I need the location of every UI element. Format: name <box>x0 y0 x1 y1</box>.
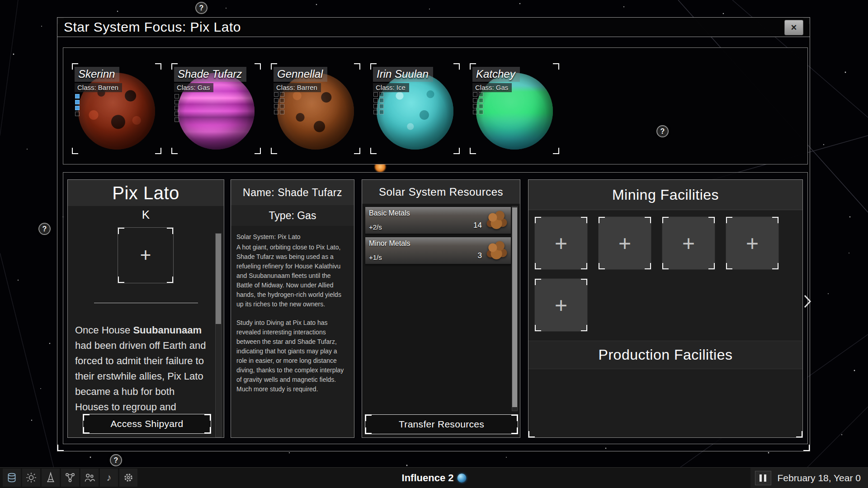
slot-square <box>75 106 80 110</box>
slot-square <box>479 98 483 103</box>
ore-icon <box>486 241 507 260</box>
slot-square <box>75 100 80 104</box>
mining-slot[interactable]: + <box>598 216 651 270</box>
slot-square <box>479 110 483 114</box>
help-badge[interactable]: ? <box>656 125 669 137</box>
slot-square <box>479 104 483 108</box>
orbit-slot-indicator <box>373 92 385 114</box>
mining-slot[interactable]: + <box>534 278 588 332</box>
plus-icon: + <box>682 231 695 256</box>
scroll-right-chevron[interactable] <box>803 294 812 309</box>
planet-name: Skerinn <box>75 67 119 82</box>
planet-info-type: Type: Gas <box>231 205 354 226</box>
star-class-label: K <box>68 208 224 222</box>
fleet-ship-icon[interactable] <box>42 469 60 487</box>
star-panel-title: Pix Lato <box>68 180 224 206</box>
mining-slot[interactable]: + <box>534 216 588 270</box>
plus-icon: + <box>555 231 567 256</box>
resources-panel: Solar System Resources Basic Metals +2/s… <box>362 179 520 438</box>
slot-square <box>373 98 378 103</box>
mining-slot[interactable]: + <box>726 216 779 270</box>
slot-square <box>280 104 284 108</box>
star-panel-scrollbar[interactable] <box>215 233 222 437</box>
planet-card-skerinn[interactable]: Skerinn Class: Barren <box>72 63 161 154</box>
settings-gear-icon[interactable] <box>119 469 137 487</box>
scrollbar-thumb[interactable] <box>512 207 517 407</box>
bottom-bar: ♪ Influence 2 February 18, Year 0 <box>0 467 868 488</box>
mining-facilities-title: Mining Facilities <box>528 180 802 210</box>
resources-title: Solar System Resources <box>362 180 520 204</box>
system-sun-icon[interactable] <box>22 469 40 487</box>
planet-card-irin-suulan[interactable]: Irin Suulan Class: Ice <box>370 63 460 154</box>
slot-square <box>175 117 179 122</box>
transfer-resources-button[interactable]: Transfer Resources <box>365 414 518 434</box>
music-icon[interactable]: ♪ <box>100 469 118 487</box>
resource-rate: +1/s <box>369 253 382 261</box>
planet-name: Katchey <box>472 67 520 82</box>
slot-square <box>274 104 278 108</box>
mining-slot[interactable]: + <box>662 216 715 270</box>
slot-square <box>379 104 384 108</box>
influence-label: Influence 2 <box>402 472 454 484</box>
help-badge[interactable]: ? <box>195 2 208 14</box>
plus-icon: + <box>555 293 567 318</box>
planet-class: Class: Ice <box>373 83 409 92</box>
production-facilities-title: Production Facilities <box>528 341 802 369</box>
resource-name: Basic Metals <box>369 209 410 217</box>
slot-square <box>175 94 179 99</box>
dialog-title: Star System Focus: Pix Lato <box>57 19 241 35</box>
help-badge[interactable]: ? <box>110 454 122 466</box>
slot-square <box>175 106 179 110</box>
planet-name: Irin Suulan <box>373 67 433 82</box>
tech-tree-icon[interactable] <box>61 469 79 487</box>
planet-card-shade-tufarz[interactable]: Shade Tufarz Class: Gas <box>171 63 261 154</box>
planet-class: Class: Barren <box>75 83 122 92</box>
date-label: February 18, Year 0 <box>778 473 861 483</box>
star-system-dialog: Star System Focus: Pix Lato × Skerinn Cl… <box>57 17 810 451</box>
slot-square <box>280 98 284 103</box>
planet-class: Class: Gas <box>174 83 213 92</box>
divider <box>94 303 198 303</box>
help-badge[interactable]: ? <box>38 223 51 235</box>
resource-row[interactable]: Minor Metals +1/s 3 <box>365 237 511 264</box>
resource-name: Minor Metals <box>369 239 410 248</box>
slot-square <box>473 110 477 114</box>
plus-icon: + <box>140 244 151 266</box>
music-note-glyph: ♪ <box>107 472 112 483</box>
pause-icon <box>764 474 766 482</box>
slot-square <box>473 98 477 103</box>
slot-square <box>274 92 278 97</box>
slot-square <box>479 92 483 97</box>
plus-icon: + <box>746 231 759 256</box>
star-build-slot[interactable]: + <box>118 227 174 283</box>
resources-db-icon[interactable] <box>3 469 21 487</box>
resources-scrollbar[interactable] <box>512 206 518 411</box>
slot-square <box>75 112 80 116</box>
scrollbar-thumb[interactable] <box>216 234 221 324</box>
slot-square <box>75 94 80 99</box>
slot-square <box>473 104 477 108</box>
access-shipyard-button[interactable]: Access Shipyard <box>83 414 211 434</box>
population-icon[interactable] <box>80 469 99 487</box>
resource-amount: 3 <box>478 251 482 260</box>
close-button[interactable]: × <box>784 20 803 35</box>
pause-button[interactable] <box>755 471 771 485</box>
resources-list: Basic Metals +2/s 14 Minor Metals +1/s 3 <box>362 204 520 437</box>
influence-orb-icon <box>457 474 466 483</box>
planet-class: Class: Barren <box>274 83 321 92</box>
clock-area: February 18, Year 0 <box>750 468 868 488</box>
dialog-titlebar: Star System Focus: Pix Lato × <box>57 18 810 37</box>
resource-row[interactable]: Basic Metals +2/s 14 <box>365 206 511 234</box>
pause-icon <box>760 474 762 482</box>
slot-square <box>274 110 278 114</box>
planet-info-paragraph: A hot giant, orbiting close to Pix Lato,… <box>236 243 349 309</box>
planet-card-gennellal[interactable]: Gennellal Class: Barren <box>271 63 360 154</box>
orbit-slot-indicator <box>75 94 80 116</box>
planet-card-katchey[interactable]: Katchey Class: Gas <box>470 63 559 154</box>
planets-strip: Skerinn Class: Barren Shade Tufarz Class… <box>63 47 808 164</box>
resource-amount: 14 <box>473 221 482 230</box>
star-description-text: Once House <box>75 324 133 336</box>
star-description-bold: Suubanunaam <box>133 324 202 336</box>
slot-square <box>473 92 477 97</box>
orbit-slot-indicator <box>175 94 179 122</box>
